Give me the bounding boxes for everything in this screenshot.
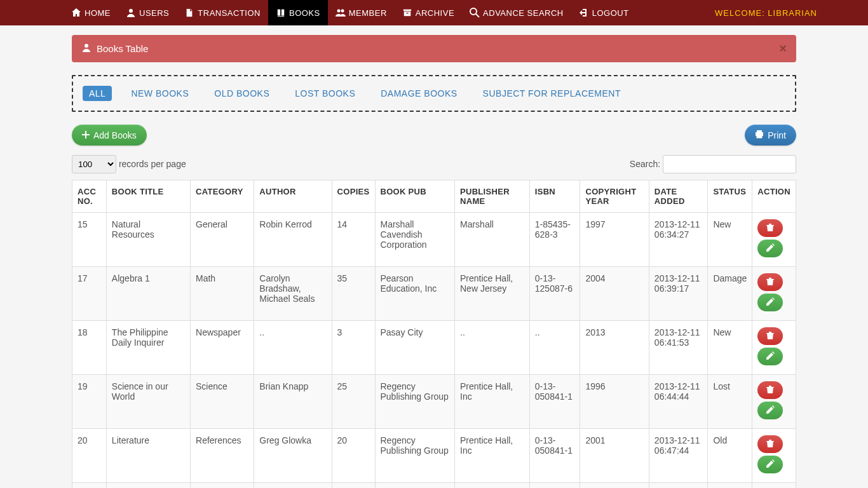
home-icon (71, 8, 81, 18)
edit-button[interactable] (757, 402, 783, 419)
cell-date: 2013-12-11 06:39:17 (649, 267, 708, 321)
print-button[interactable]: Print (745, 125, 796, 146)
search-input[interactable] (663, 155, 796, 173)
table-row: 21Lexicon Universal EncyclopediaEncyclop… (72, 483, 796, 489)
svg-point-8 (85, 44, 88, 48)
delete-button[interactable] (757, 273, 783, 291)
col-date-added[interactable]: DATE ADDED (649, 180, 708, 213)
cell-status: Lost (708, 375, 752, 429)
cell-pubname: Prentice Hall, Inc (455, 429, 530, 483)
search-label: Search: (630, 159, 660, 169)
filter-lost-books[interactable]: LOST BOOKS (288, 86, 362, 101)
cell-date: 2013-12-11 06:34:27 (649, 213, 708, 267)
users-icon (336, 8, 346, 18)
cell-pub: Pearson Education, Inc (375, 267, 455, 321)
cell-acc: 18 (72, 321, 107, 375)
pencil-icon (766, 405, 775, 416)
filter-subject-replacement[interactable]: SUBJECT FOR REPLACEMENT (477, 86, 627, 101)
nav-transaction-label: TRANSACTION (198, 8, 261, 18)
cell-pub: Regency Publishing Group (375, 375, 455, 429)
cell-category: Encyclopedia (191, 483, 254, 489)
col-copies[interactable]: COPIES (332, 180, 375, 213)
cell-pubname: Marshall (455, 213, 530, 267)
edit-button[interactable] (757, 294, 783, 311)
filter-old-books[interactable]: OLD BOOKS (208, 86, 276, 101)
cell-copies: 14 (332, 213, 375, 267)
cell-year: 1996 (580, 375, 649, 429)
close-icon[interactable]: × (779, 41, 787, 56)
col-author[interactable]: AUTHOR (254, 180, 332, 213)
table-row: 20LiteratureReferencesGreg Glowka20Regen… (72, 429, 796, 483)
cell-year: 2004 (580, 267, 649, 321)
nav-advance-search[interactable]: ADVANCE SEARCH (462, 0, 571, 25)
user-icon (81, 43, 92, 55)
col-book-title[interactable]: BOOK TITLE (106, 180, 190, 213)
cell-pub: Regency Publishing Group (375, 429, 455, 483)
nav-archive[interactable]: ARCHIVE (395, 0, 462, 25)
col-status[interactable]: STATUS (708, 180, 752, 213)
svg-rect-4 (404, 11, 411, 16)
filter-all[interactable]: ALL (83, 86, 112, 101)
cell-category: Math (191, 267, 254, 321)
nav-logout[interactable]: LOGOUT (571, 0, 637, 25)
edit-button[interactable] (757, 456, 783, 473)
col-isbn[interactable]: ISBN (529, 180, 580, 213)
nav-archive-label: ARCHIVE (416, 8, 454, 18)
edit-button[interactable] (757, 348, 783, 365)
col-action[interactable]: ACTION (752, 180, 796, 213)
cell-date: 2013-12-11 (649, 483, 708, 489)
svg-point-2 (341, 10, 344, 13)
cell-action (752, 483, 796, 489)
cell-category: References (191, 429, 254, 483)
nav-users-label: USERS (139, 8, 169, 18)
col-publisher-name[interactable]: PUBLISHER NAME (455, 180, 530, 213)
nav-logout-label: LOGOUT (592, 8, 629, 18)
cell-status: Old (708, 429, 752, 483)
nav-member[interactable]: MEMBER (328, 0, 395, 25)
table-row: 19Science in our WorldScienceBrian Knapp… (72, 375, 796, 429)
cell-pubname: Prentice Hall, Inc (455, 375, 530, 429)
cell-author: Lexicon (254, 483, 332, 489)
top-navbar: HOME USERS TRANSACTION BOOKS MEMBER ARCH… (0, 0, 868, 25)
delete-button[interactable] (757, 435, 783, 453)
records-per-page-select[interactable]: 100 (72, 155, 116, 173)
trash-icon (766, 223, 775, 234)
cell-isbn: 1-85435-628-3 (529, 213, 580, 267)
col-category[interactable]: CATEGORY (191, 180, 254, 213)
filter-new-books[interactable]: NEW BOOKS (125, 86, 195, 101)
delete-button[interactable] (757, 219, 783, 237)
user-icon (126, 8, 136, 18)
svg-point-0 (129, 9, 133, 13)
add-books-button[interactable]: Add Books (72, 125, 147, 146)
cell-status: New (708, 213, 752, 267)
col-acc-no[interactable]: ACC NO. (72, 180, 107, 213)
cell-isbn: 0-13-050841-1 (529, 375, 580, 429)
delete-button[interactable] (757, 327, 783, 345)
table-row: 18The Philippine Daily InquirerNewspaper… (72, 321, 796, 375)
cell-date: 2013-12-11 06:44:44 (649, 375, 708, 429)
cell-action (752, 429, 796, 483)
cell-author: .. (254, 321, 332, 375)
cell-acc: 15 (72, 213, 107, 267)
cell-date: 2013-12-11 06:41:53 (649, 321, 708, 375)
filter-damage-books[interactable]: DAMAGE BOOKS (374, 86, 463, 101)
nav-users[interactable]: USERS (118, 0, 177, 25)
cell-title: Natural Resources (106, 213, 190, 267)
cell-copies: 3 (332, 321, 375, 375)
search-icon (470, 8, 480, 18)
pencil-icon (766, 243, 775, 254)
col-copyright-year[interactable]: COPYRIGHT YEAR (580, 180, 649, 213)
logout-icon (579, 8, 589, 18)
nav-transaction[interactable]: TRANSACTION (177, 0, 268, 25)
nav-home[interactable]: HOME (64, 0, 118, 25)
nav-books[interactable]: BOOKS (268, 0, 328, 25)
col-book-pub[interactable]: BOOK PUB (375, 180, 455, 213)
table-row: 17Algebra 1MathCarolyn Bradshaw, Michael… (72, 267, 796, 321)
cell-copies: 35 (332, 267, 375, 321)
delete-button[interactable] (757, 381, 783, 399)
edit-button[interactable] (757, 240, 783, 257)
cell-year: 1997 (580, 213, 649, 267)
cell-title: Science in our World (106, 375, 190, 429)
cell-action (752, 375, 796, 429)
cell-acc: 21 (72, 483, 107, 489)
